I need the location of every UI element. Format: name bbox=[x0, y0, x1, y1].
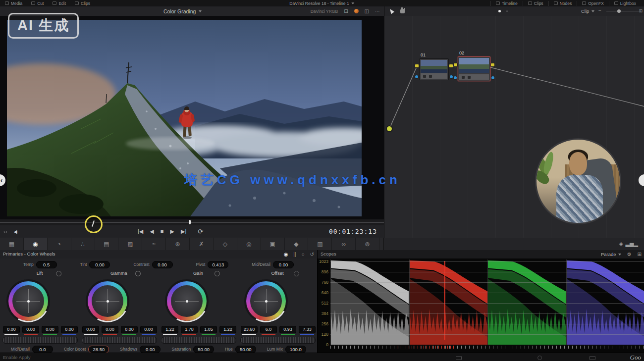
wheel-value[interactable]: 1.22 bbox=[219, 326, 236, 333]
play-button[interactable]: ▶ bbox=[170, 229, 174, 234]
flag-icon[interactable] bbox=[590, 356, 595, 360]
field-value[interactable]: 100.0 bbox=[285, 346, 306, 353]
scope-mode-dropdown[interactable]: Parade bbox=[601, 252, 621, 257]
wheel-value[interactable]: 0.93 bbox=[279, 326, 296, 333]
wheel-value[interactable]: 0.00 bbox=[121, 326, 138, 333]
color-wheel-offset[interactable]: Offset23.606.00.937.33 bbox=[238, 270, 317, 345]
loop-range-icon[interactable]: ○ bbox=[3, 229, 7, 234]
wheel-value[interactable]: 0.00 bbox=[102, 326, 118, 333]
node-graph[interactable]: 01 02 bbox=[384, 16, 644, 238]
field-value[interactable]: 0.00 bbox=[140, 346, 161, 353]
cursor-tool-icon[interactable] bbox=[388, 8, 394, 14]
color-wheel[interactable] bbox=[165, 279, 209, 323]
color-wheel[interactable] bbox=[244, 279, 288, 323]
wheel-value[interactable]: 7.33 bbox=[299, 326, 316, 333]
corrector-node-01[interactable]: 01 bbox=[419, 58, 449, 80]
keyframe-icon[interactable] bbox=[456, 356, 462, 360]
menu-item-media[interactable]: Media bbox=[5, 1, 22, 6]
stop-button[interactable]: ■ bbox=[161, 229, 164, 234]
wheel-reset-icon[interactable] bbox=[215, 271, 220, 276]
audio-icon[interactable]: ◀) bbox=[13, 229, 16, 234]
power-window-icon[interactable]: ◇ bbox=[214, 238, 237, 250]
highlight-icon[interactable]: ◈ bbox=[619, 238, 623, 250]
wheel-value[interactable]: 1.78 bbox=[181, 326, 198, 333]
master-wheel[interactable] bbox=[2, 337, 78, 344]
wheel-value[interactable]: 0.00 bbox=[42, 326, 58, 333]
menu-item-clips[interactable]: Clips bbox=[75, 1, 90, 6]
loop-button[interactable]: ⟳ bbox=[198, 228, 203, 235]
node-zoom-slider[interactable] bbox=[606, 11, 639, 11]
skip-start-button[interactable]: |◀ bbox=[138, 229, 143, 234]
viewer[interactable]: AI 生成 bbox=[0, 16, 384, 219]
qualifier-icon[interactable]: ✗ bbox=[190, 238, 214, 250]
menu-item-cut[interactable]: Cut bbox=[31, 1, 44, 6]
color-wheel[interactable] bbox=[6, 279, 50, 323]
wheel-value[interactable]: 1.05 bbox=[200, 326, 217, 333]
field-value[interactable]: 50.00 bbox=[193, 346, 214, 353]
blur-icon[interactable]: ◆ bbox=[285, 238, 309, 250]
wheel-value[interactable]: 1.22 bbox=[161, 326, 178, 333]
color-wheel-gamma[interactable]: Gamma0.000.000.000.00 bbox=[79, 270, 159, 345]
panel-toggle-openfx[interactable]: OpenFX bbox=[577, 1, 609, 6]
gamut-label[interactable]: DaVinci YRGB bbox=[311, 9, 338, 14]
node-grid-icon[interactable]: ⊞ bbox=[639, 8, 643, 13]
source-port-icon[interactable] bbox=[387, 126, 392, 131]
log-view-icon[interactable]: ○ bbox=[302, 252, 305, 257]
wheel-value[interactable]: 23.60 bbox=[241, 326, 258, 333]
wheel-reset-icon[interactable] bbox=[56, 271, 61, 276]
input-port-icon[interactable] bbox=[415, 64, 419, 67]
key-output-port-icon[interactable] bbox=[491, 76, 494, 79]
pan-tool-icon[interactable] bbox=[400, 9, 405, 13]
hue-curves-icon[interactable]: ≈ bbox=[142, 238, 166, 250]
sizing-icon[interactable]: ∞ bbox=[332, 238, 356, 250]
field-value-highlighted[interactable]: 28.50 bbox=[88, 346, 109, 353]
panel-toggle-timeline[interactable]: Timeline bbox=[490, 1, 523, 6]
field-value[interactable]: 0.0 bbox=[32, 346, 53, 353]
play-reverse-button[interactable]: ◀ bbox=[150, 229, 154, 234]
color-match-icon[interactable]: ◔ bbox=[48, 238, 71, 250]
viewer-scrubber[interactable] bbox=[0, 219, 384, 225]
reset-all-icon[interactable]: ↺ bbox=[310, 252, 314, 257]
input-port-icon[interactable] bbox=[454, 63, 457, 66]
camera-lut-icon[interactable]: ⊡ bbox=[344, 9, 348, 14]
tracker-icon[interactable]: ◎ bbox=[237, 238, 261, 250]
wheels-view-icon[interactable]: ◉ bbox=[284, 252, 288, 257]
page-mode-dropdown[interactable]: Color Grading bbox=[163, 6, 202, 16]
wheel-value[interactable]: 0.00 bbox=[82, 326, 99, 333]
panel-toggle-clips[interactable]: Clips bbox=[523, 1, 548, 6]
master-wheel[interactable] bbox=[240, 337, 316, 344]
field-value[interactable]: 50.00 bbox=[235, 346, 256, 353]
output-port-icon[interactable] bbox=[449, 64, 453, 67]
corrector-node-02-selected[interactable]: 02 bbox=[458, 56, 490, 81]
scope-settings-icon[interactable]: ⚙ bbox=[627, 252, 632, 257]
curves-icon[interactable]: ▨ bbox=[118, 238, 142, 250]
field-value[interactable]: 0.00 bbox=[89, 261, 110, 268]
color-wheel-gain[interactable]: Gain1.221.781.051.22 bbox=[159, 270, 238, 345]
scopes-icon[interactable]: ▃▅▂ bbox=[626, 238, 638, 250]
scope-expand-icon[interactable]: ⊞ bbox=[638, 252, 642, 257]
key-output-port-icon[interactable] bbox=[450, 75, 453, 78]
slider-knob[interactable] bbox=[617, 9, 621, 13]
more-icon[interactable]: ⋯ bbox=[375, 9, 380, 14]
wheel-value[interactable]: 0.00 bbox=[140, 326, 157, 333]
field-value[interactable]: 0.5 bbox=[36, 261, 57, 268]
scrubber-track[interactable] bbox=[0, 222, 384, 223]
field-value[interactable]: 0.00 bbox=[152, 261, 173, 268]
playhead[interactable] bbox=[189, 220, 191, 224]
hdr-grade-icon[interactable]: ▤ bbox=[95, 238, 119, 250]
marker-icon[interactable] bbox=[537, 356, 542, 360]
panel-toggle-nodes[interactable]: Nodes bbox=[548, 1, 577, 6]
color-wheel[interactable] bbox=[86, 279, 129, 323]
stereo-icon[interactable]: ⊚ bbox=[356, 238, 379, 250]
skip-end-button[interactable]: ▶| bbox=[181, 229, 186, 234]
field-value[interactable]: 0.00 bbox=[273, 261, 294, 268]
zoom-out-icon[interactable]: − bbox=[598, 8, 601, 13]
wheel-reset-icon[interactable] bbox=[294, 271, 299, 276]
color-warper-icon[interactable]: ∴ bbox=[71, 238, 95, 250]
wheel-value[interactable]: 0.00 bbox=[61, 326, 78, 333]
key-input-port-icon[interactable] bbox=[454, 76, 457, 79]
key-input-port-icon[interactable] bbox=[415, 75, 418, 78]
color-bars-icon[interactable]: ⊛ bbox=[166, 238, 190, 250]
menu-item-edit[interactable]: Edit bbox=[53, 1, 66, 6]
camera-raw-icon[interactable]: ▦ bbox=[0, 238, 24, 250]
